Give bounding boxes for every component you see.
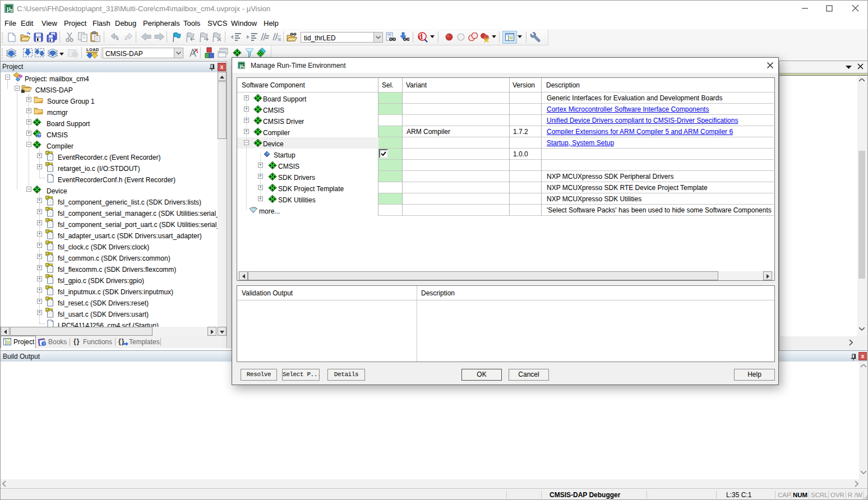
svg-text:?: ? bbox=[43, 342, 45, 346]
svg-text:LOAD: LOAD bbox=[86, 47, 99, 52]
svg-text:5: 5 bbox=[243, 66, 244, 69]
svg-text:5: 5 bbox=[10, 8, 12, 12]
